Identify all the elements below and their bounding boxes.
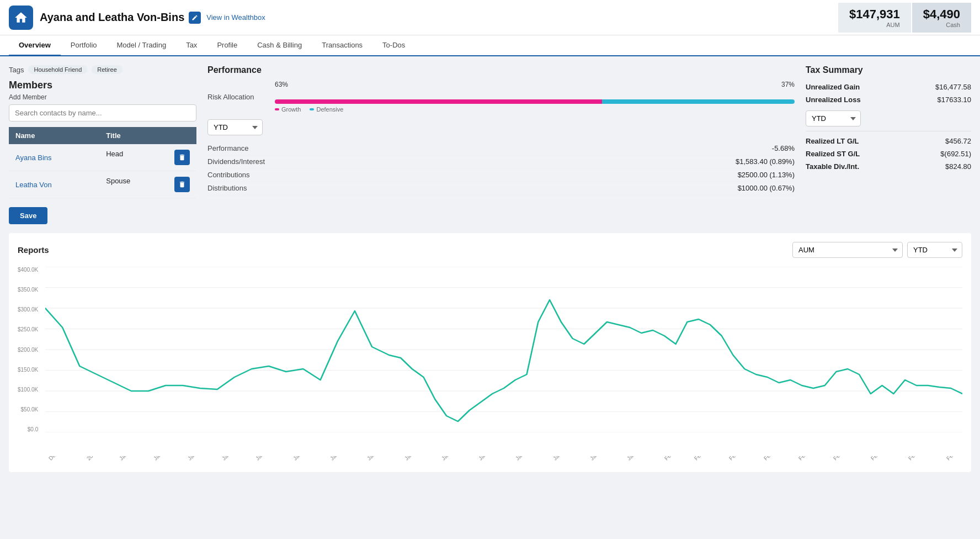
risk-allocation-row: Risk Allocation 63% 37% Growth bbox=[207, 81, 795, 113]
save-button[interactable]: Save bbox=[9, 207, 47, 224]
perf-key-contributions: Contributions bbox=[207, 171, 250, 179]
x-label-jan21: Jan 21 bbox=[440, 456, 456, 462]
tab-cash-billing[interactable]: Cash & Billing bbox=[247, 35, 312, 56]
x-label-jan29: Jan 29 bbox=[589, 456, 605, 462]
tax-row-taxable-div: Taxable Div./Int. $824.80 bbox=[806, 160, 971, 173]
tab-overview[interactable]: Overview bbox=[9, 35, 61, 56]
tax-val-realized-lt: $456.72 bbox=[945, 137, 971, 145]
risk-bar-defensive bbox=[602, 99, 795, 104]
y-label-150k: $150.0K bbox=[18, 367, 38, 373]
performance-metrics: Performance -5.68% Dividends/Interest $1… bbox=[207, 142, 795, 195]
edit-client-button[interactable] bbox=[189, 12, 201, 24]
tax-val-unrealized-loss: $17633.10 bbox=[938, 96, 971, 104]
defensive-pct: 37% bbox=[781, 81, 795, 88]
risk-legend: Growth Defensive bbox=[275, 106, 795, 113]
perf-row-contributions: Contributions $2500.00 (1.13%) bbox=[207, 168, 795, 182]
reports-section: Reports AUMPerformanceDistributions YTD1… bbox=[9, 233, 971, 472]
perf-val-distributions: $1000.00 (0.67%) bbox=[738, 184, 795, 192]
tax-key-unrealized-gain: Unrealized Gain bbox=[806, 83, 860, 91]
trash-icon bbox=[178, 154, 186, 161]
delete-ayana-button[interactable] bbox=[174, 150, 190, 165]
x-label-jan7: Jan 7 bbox=[187, 456, 200, 462]
tab-bar: Overview Portfolio Model / Trading Tax P… bbox=[0, 35, 980, 56]
x-label-jan31: Jan 31 bbox=[626, 456, 642, 462]
x-label-jan3: Jan 3 bbox=[118, 456, 132, 462]
tax-key-realized-st: Realized ST G/L bbox=[806, 150, 860, 158]
perf-row-performance: Performance -5.68% bbox=[207, 142, 795, 155]
tab-todos[interactable]: To-Dos bbox=[372, 35, 415, 56]
tab-tax[interactable]: Tax bbox=[176, 35, 207, 56]
defensive-legend-dot bbox=[310, 108, 314, 110]
performance-period-select[interactable]: YTD1M3M1Y3Y5Y bbox=[207, 119, 263, 135]
tax-period-select-row: YTD1M3M1Y bbox=[806, 110, 971, 126]
table-header-title: Title bbox=[99, 127, 196, 144]
x-label-feb13: Feb 13 bbox=[870, 456, 886, 462]
members-title: Members bbox=[9, 80, 196, 91]
aum-label: AUM bbox=[849, 22, 900, 28]
add-member-label: Add Member bbox=[9, 93, 196, 101]
tab-model-trading[interactable]: Model / Trading bbox=[107, 35, 177, 56]
growth-legend: Growth bbox=[275, 106, 301, 113]
performance-panel: Performance Risk Allocation 63% 37% bbox=[207, 65, 795, 224]
defensive-label: Defensive bbox=[316, 106, 343, 113]
growth-legend-dot bbox=[275, 108, 279, 110]
chart-container: $400.0K $350.0K $300.0K $250.0K $200.0K … bbox=[45, 267, 962, 434]
chart-type-select[interactable]: AUMPerformanceDistributions bbox=[792, 242, 903, 258]
y-label-250k: $250.0K bbox=[18, 326, 38, 332]
x-label-feb3: Feb 3 bbox=[693, 456, 707, 462]
risk-bar bbox=[275, 99, 795, 104]
delete-leatha-button[interactable] bbox=[174, 177, 190, 192]
view-in-wealthbox-link[interactable]: View in Wealthbox bbox=[206, 13, 265, 22]
perf-key-dividends: Dividends/Interest bbox=[207, 157, 265, 166]
x-label-dec31: Dec 31 bbox=[47, 456, 64, 462]
x-label-jan25: Jan 25 bbox=[514, 456, 530, 462]
top-section: Tags Household Friend Retiree Members Ad… bbox=[9, 65, 971, 224]
aum-value: $147,931 bbox=[849, 7, 900, 22]
client-name: Ayana and Leatha Von-Bins bbox=[40, 11, 184, 24]
tag-household-friend: Household Friend bbox=[28, 65, 87, 74]
perf-key-distributions: Distributions bbox=[207, 184, 247, 192]
table-row: Leatha Von Spouse bbox=[9, 171, 196, 198]
table-header-name: Name bbox=[9, 127, 99, 144]
tab-profile[interactable]: Profile bbox=[207, 35, 247, 56]
x-label-jan23: Jan 23 bbox=[477, 456, 493, 462]
y-label-0: $0.0 bbox=[18, 426, 38, 432]
x-label-jan11: Jan 11 bbox=[254, 456, 270, 462]
perf-val-dividends: $1,583.40 (0.89%) bbox=[736, 157, 795, 166]
tab-portfolio[interactable]: Portfolio bbox=[61, 35, 107, 56]
left-panel: Tags Household Friend Retiree Members Ad… bbox=[9, 65, 196, 224]
tax-period-select[interactable]: YTD1M3M1Y bbox=[806, 110, 861, 126]
x-label-jan17: Jan 17 bbox=[366, 456, 382, 462]
cash-label: Cash bbox=[923, 22, 960, 28]
tax-row-realized-lt: Realized LT G/L $456.72 bbox=[806, 135, 971, 147]
reports-period-select[interactable]: YTD1M3M1Y bbox=[907, 242, 962, 258]
x-label-feb15: Feb 15 bbox=[907, 456, 924, 462]
tags-label: Tags bbox=[9, 66, 24, 74]
member-ayana-link[interactable]: Ayana Bins bbox=[15, 154, 52, 162]
member-title-cell: Head bbox=[99, 144, 196, 171]
x-label-jan13: Jan 13 bbox=[292, 456, 308, 462]
x-label-feb7: Feb 7 bbox=[763, 456, 777, 462]
x-label-jan15: Jan 15 bbox=[329, 456, 345, 462]
table-row: Ayana Bins Head bbox=[9, 144, 196, 171]
growth-label: Growth bbox=[281, 106, 301, 113]
x-label-jan27: Jan 27 bbox=[552, 456, 568, 462]
y-label-400k: $400.0K bbox=[18, 267, 38, 273]
tag-retiree: Retiree bbox=[92, 65, 122, 74]
tax-val-unrealized-gain: $16,477.58 bbox=[935, 83, 971, 91]
member-name-cell: Leatha Von bbox=[9, 171, 99, 198]
tab-transactions[interactable]: Transactions bbox=[312, 35, 372, 56]
tax-key-realized-lt: Realized LT G/L bbox=[806, 137, 859, 145]
risk-bar-wrapper: 63% 37% Growth Defens bbox=[275, 81, 795, 113]
tax-val-realized-st: $(692.51) bbox=[940, 150, 971, 158]
y-label-350k: $350.0K bbox=[18, 287, 38, 293]
reports-controls: AUMPerformanceDistributions YTD1M3M1Y bbox=[792, 242, 962, 258]
cash-value: $4,490 bbox=[923, 7, 960, 22]
tax-row-unrealized-loss: Unrealized Loss $17633.10 bbox=[806, 93, 971, 106]
x-label-feb5: Feb 5 bbox=[728, 456, 742, 462]
growth-pct: 63% bbox=[275, 81, 288, 88]
risk-allocation-label: Risk Allocation bbox=[207, 93, 268, 101]
member-leatha-link[interactable]: Leatha Von bbox=[15, 181, 52, 189]
tax-title: Tax Summary bbox=[806, 65, 971, 75]
search-contacts-input[interactable] bbox=[9, 104, 196, 121]
